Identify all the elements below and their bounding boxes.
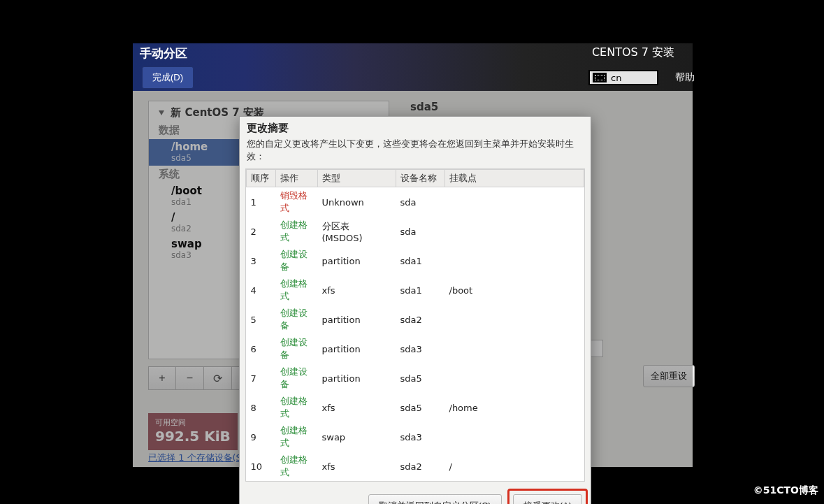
cell-device: sda3 xyxy=(396,422,445,452)
dialog-subtitle: 您的自定义更改将产生以下变更，这些变更将会在您返回到主菜单并开始安装时生效： xyxy=(240,136,591,168)
cell-device: sda5 xyxy=(396,363,445,393)
dialog-title: 更改摘要 xyxy=(240,117,591,136)
cancel-button[interactable]: 取消并返回到自定义分区(C) xyxy=(368,494,502,504)
installer-window: 手动分区 完成(D) CENTOS 7 安装 cn 帮助 新 CentOS 7 … xyxy=(133,43,693,467)
table-header-row: 顺序 操作 类型 设备名称 挂载点 xyxy=(247,170,584,187)
cell-type: xfs xyxy=(318,275,396,305)
table-row[interactable]: 6创建设备partitionsda3 xyxy=(247,334,584,363)
cell-type: xfs xyxy=(318,452,396,481)
cell-action: 创建格式 xyxy=(276,452,318,481)
keyboard-icon xyxy=(593,73,607,82)
col-order[interactable]: 顺序 xyxy=(247,170,276,187)
cell-order: 5 xyxy=(247,305,276,334)
watermark: ©51CTO博客 xyxy=(753,484,818,497)
cell-mount: / xyxy=(445,452,584,481)
changes-table-wrap: 顺序 操作 类型 设备名称 挂载点 1销毁格式Unknownsda2创建格式分区… xyxy=(245,168,585,482)
cell-order: 4 xyxy=(247,275,276,305)
cell-device: sda5 xyxy=(396,393,445,422)
cell-action: 创建格式 xyxy=(276,217,318,246)
table-row[interactable]: 3创建设备partitionsda1 xyxy=(247,246,584,275)
cell-order: 1 xyxy=(247,187,276,217)
help-link[interactable]: 帮助 xyxy=(675,71,695,84)
accept-button[interactable]: 接受更改(A) xyxy=(513,494,582,504)
cell-action: 创建设备 xyxy=(276,305,318,334)
keyboard-layout: cn xyxy=(611,73,621,83)
page-title: 手动分区 xyxy=(140,45,187,62)
cell-device: sda1 xyxy=(396,275,445,305)
cell-type: partition xyxy=(318,334,396,363)
cell-action: 创建格式 xyxy=(276,275,318,305)
cell-type: xfs xyxy=(318,393,396,422)
header-bar: 手动分区 完成(D) CENTOS 7 安装 cn 帮助 xyxy=(133,43,693,91)
cell-mount xyxy=(445,334,584,363)
cell-order: 3 xyxy=(247,246,276,275)
cell-type: swap xyxy=(318,422,396,452)
cell-device: sda1 xyxy=(396,246,445,275)
cell-device: sda xyxy=(396,187,445,217)
cell-action: 创建格式 xyxy=(276,422,318,452)
table-row[interactable]: 10创建格式xfssda2/ xyxy=(247,452,584,481)
summary-dialog: 更改摘要 您的自定义更改将产生以下变更，这些变更将会在您返回到主菜单并开始安装时… xyxy=(239,116,591,504)
cell-mount xyxy=(445,246,584,275)
col-action[interactable]: 操作 xyxy=(276,170,318,187)
cell-device: sda2 xyxy=(396,452,445,481)
installer-title: CENTOS 7 安装 xyxy=(592,45,674,60)
cell-type: partition xyxy=(318,363,396,393)
table-row[interactable]: 5创建设备partitionsda2 xyxy=(247,305,584,334)
keyboard-indicator[interactable]: cn xyxy=(588,70,658,85)
done-button[interactable]: 完成(D) xyxy=(142,66,194,89)
cell-type: partition xyxy=(318,246,396,275)
cell-order: 8 xyxy=(247,393,276,422)
table-row[interactable]: 7创建设备partitionsda5 xyxy=(247,363,584,393)
cell-order: 7 xyxy=(247,363,276,393)
cell-action: 创建设备 xyxy=(276,334,318,363)
cell-device: sda xyxy=(396,217,445,246)
cell-order: 6 xyxy=(247,334,276,363)
cell-mount xyxy=(445,217,584,246)
cell-type: 分区表 (MSDOS) xyxy=(318,217,396,246)
cell-action: 创建设备 xyxy=(276,363,318,393)
cell-action: 创建设备 xyxy=(276,246,318,275)
cell-mount xyxy=(445,305,584,334)
cell-order: 9 xyxy=(247,422,276,452)
col-type[interactable]: 类型 xyxy=(318,170,396,187)
table-row[interactable]: 9创建格式swapsda3 xyxy=(247,422,584,452)
cell-mount xyxy=(445,363,584,393)
changes-table: 顺序 操作 类型 设备名称 挂载点 1销毁格式Unknownsda2创建格式分区… xyxy=(246,169,584,481)
cell-order: 2 xyxy=(247,217,276,246)
cell-type: partition xyxy=(318,305,396,334)
cell-mount xyxy=(445,187,584,217)
dialog-button-row: 取消并返回到自定义分区(C) 接受更改(A) xyxy=(240,482,591,504)
cell-mount xyxy=(445,422,584,452)
cell-action: 创建格式 xyxy=(276,393,318,422)
col-mount[interactable]: 挂载点 xyxy=(445,170,584,187)
cell-mount: /home xyxy=(445,393,584,422)
col-device[interactable]: 设备名称 xyxy=(396,170,445,187)
cell-type: Unknown xyxy=(318,187,396,217)
cell-order: 10 xyxy=(247,452,276,481)
cell-device: sda3 xyxy=(396,334,445,363)
table-row[interactable]: 4创建格式xfssda1/boot xyxy=(247,275,584,305)
table-row[interactable]: 1销毁格式Unknownsda xyxy=(247,187,584,217)
cell-action: 销毁格式 xyxy=(276,187,318,217)
table-row[interactable]: 8创建格式xfssda5/home xyxy=(247,393,584,422)
cell-mount: /boot xyxy=(445,275,584,305)
cell-device: sda2 xyxy=(396,305,445,334)
table-row[interactable]: 2创建格式分区表 (MSDOS)sda xyxy=(247,217,584,246)
